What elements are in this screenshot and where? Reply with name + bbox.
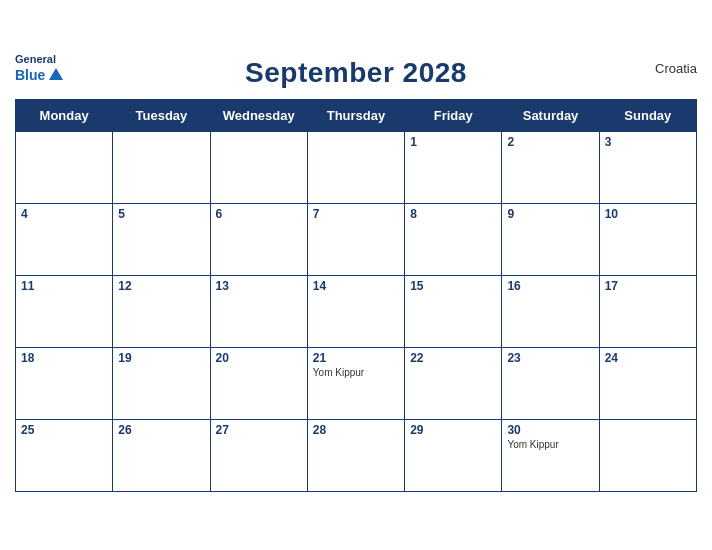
day-cell [307, 132, 404, 204]
day-number: 2 [507, 135, 593, 149]
day-number: 8 [410, 207, 496, 221]
day-cell: 8 [405, 204, 502, 276]
day-number: 21 [313, 351, 399, 365]
day-cell: 28 [307, 420, 404, 492]
day-cell: 27 [210, 420, 307, 492]
day-number: 6 [216, 207, 302, 221]
day-cell: 12 [113, 276, 210, 348]
day-number: 27 [216, 423, 302, 437]
weekday-header: Wednesday [210, 100, 307, 132]
day-number: 15 [410, 279, 496, 293]
day-cell: 6 [210, 204, 307, 276]
calendar-table: MondayTuesdayWednesdayThursdayFridaySatu… [15, 99, 697, 492]
day-number: 11 [21, 279, 107, 293]
weekday-header: Saturday [502, 100, 599, 132]
day-number: 10 [605, 207, 691, 221]
day-number: 12 [118, 279, 204, 293]
day-number: 16 [507, 279, 593, 293]
weekday-header: Sunday [599, 100, 696, 132]
svg-marker-0 [49, 68, 63, 80]
day-cell [16, 132, 113, 204]
day-number: 26 [118, 423, 204, 437]
day-number: 28 [313, 423, 399, 437]
day-number: 14 [313, 279, 399, 293]
day-cell [599, 420, 696, 492]
brand-general: General [15, 53, 56, 66]
day-number: 4 [21, 207, 107, 221]
day-cell: 11 [16, 276, 113, 348]
day-cell: 1 [405, 132, 502, 204]
day-number: 9 [507, 207, 593, 221]
weekday-header: Friday [405, 100, 502, 132]
day-number: 13 [216, 279, 302, 293]
day-number: 1 [410, 135, 496, 149]
calendar-week-row: 18192021Yom Kippur222324 [16, 348, 697, 420]
calendar-week-row: 123 [16, 132, 697, 204]
day-cell: 13 [210, 276, 307, 348]
day-cell: 19 [113, 348, 210, 420]
day-cell: 7 [307, 204, 404, 276]
day-cell: 21Yom Kippur [307, 348, 404, 420]
day-cell: 20 [210, 348, 307, 420]
day-cell: 9 [502, 204, 599, 276]
day-cell: 18 [16, 348, 113, 420]
day-number: 3 [605, 135, 691, 149]
weekday-header: Thursday [307, 100, 404, 132]
day-number: 29 [410, 423, 496, 437]
day-number: 18 [21, 351, 107, 365]
day-number: 22 [410, 351, 496, 365]
day-cell: 15 [405, 276, 502, 348]
day-cell [113, 132, 210, 204]
weekday-header: Monday [16, 100, 113, 132]
day-cell: 26 [113, 420, 210, 492]
calendar-week-row: 45678910 [16, 204, 697, 276]
day-cell: 24 [599, 348, 696, 420]
event-label: Yom Kippur [313, 367, 399, 378]
day-number: 19 [118, 351, 204, 365]
day-cell: 10 [599, 204, 696, 276]
day-cell: 22 [405, 348, 502, 420]
weekday-header-row: MondayTuesdayWednesdayThursdayFridaySatu… [16, 100, 697, 132]
brand-blue: Blue [15, 67, 45, 84]
day-number: 23 [507, 351, 593, 365]
day-cell: 29 [405, 420, 502, 492]
calendar-wrapper: General Blue September 2028 Croatia Mond… [0, 43, 712, 507]
event-label: Yom Kippur [507, 439, 593, 450]
day-cell: 23 [502, 348, 599, 420]
day-number: 25 [21, 423, 107, 437]
day-number: 30 [507, 423, 593, 437]
day-cell: 5 [113, 204, 210, 276]
calendar-week-row: 11121314151617 [16, 276, 697, 348]
calendar-header: General Blue September 2028 Croatia [15, 53, 697, 93]
day-cell: 16 [502, 276, 599, 348]
weekday-header: Tuesday [113, 100, 210, 132]
day-cell [210, 132, 307, 204]
day-number: 7 [313, 207, 399, 221]
day-cell: 17 [599, 276, 696, 348]
day-number: 24 [605, 351, 691, 365]
day-number: 20 [216, 351, 302, 365]
day-cell: 3 [599, 132, 696, 204]
country-label: Croatia [655, 61, 697, 76]
day-cell: 30Yom Kippur [502, 420, 599, 492]
day-cell: 2 [502, 132, 599, 204]
brand-logo: General Blue [15, 53, 65, 84]
day-number: 17 [605, 279, 691, 293]
day-number: 5 [118, 207, 204, 221]
brand-icon [47, 66, 65, 84]
day-cell: 25 [16, 420, 113, 492]
calendar-title: September 2028 [245, 57, 467, 89]
day-cell: 14 [307, 276, 404, 348]
day-cell: 4 [16, 204, 113, 276]
calendar-week-row: 252627282930Yom Kippur [16, 420, 697, 492]
